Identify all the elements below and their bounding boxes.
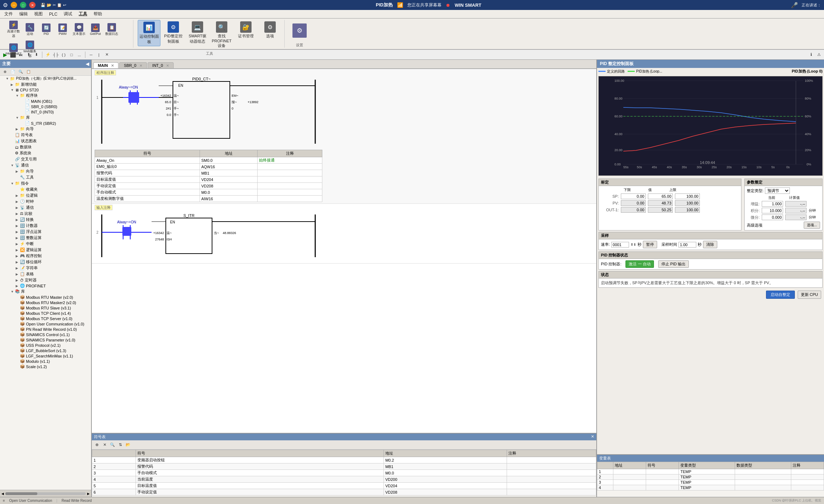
tree-item-pn-read-write[interactable]: 📦 PN Read Write Record (v1.0) (0, 327, 91, 332)
tree-item-profinet2[interactable]: ▶ 🌐 PROFINET (0, 283, 91, 288)
pid-update-cpu-btn[interactable]: 更新 CPU (798, 291, 821, 299)
bottom-panel-close[interactable]: ✕ (591, 434, 594, 440)
pid-gain-current[interactable] (762, 201, 783, 207)
act-up[interactable]: ⬆ (25, 51, 32, 58)
tree-item-comm[interactable]: ▼ 📡 通信 (0, 162, 91, 168)
tree-item-int0[interactable]: 📄 INT_0 (INT0) (0, 109, 91, 115)
act-down-load[interactable]: ⬇ (33, 51, 40, 58)
sidebar-btn2[interactable]: 📄 (9, 68, 16, 75)
tree-item-shift-cycle[interactable]: ▶ 🔄 移位循环 (0, 259, 91, 265)
tree-item-lgf-searchminmax[interactable]: 📦 LGF_SearchMinMax (v1.1) (0, 353, 91, 359)
pid-clear-btn[interactable]: 清除 (703, 241, 717, 248)
tab-int0-close[interactable]: ✕ (166, 64, 169, 68)
tree-item-compare[interactable]: ▶ ⚖ 比较 (0, 211, 91, 217)
tree-item-tool[interactable]: 🔧 工具 (0, 174, 91, 180)
tree-item-uss-protocol[interactable]: 📦 USS Protocol (v2.1) (0, 343, 91, 348)
act-wire-h[interactable]: ─ (88, 51, 95, 58)
sidebar-btn4[interactable]: 📋 (25, 68, 32, 75)
tab-sbr0[interactable]: SBR_0 ✕ (119, 62, 147, 68)
close-button[interactable]: ✕ (29, 2, 36, 8)
menu-view[interactable]: 视图 (31, 10, 46, 18)
sidebar-btn1[interactable]: ⊕ (1, 68, 9, 75)
sidebar-scroll-right[interactable]: ▶ (87, 492, 90, 495)
tree-item-logic-ops[interactable]: ▶ 🔀 逻辑运算 (0, 247, 91, 253)
toolbar-btn-smart-drive[interactable]: 💻 SMART驱动器组态 (186, 20, 209, 46)
toolbar-btn-datalog[interactable]: 📋 数据日志 (104, 20, 120, 39)
tree-item-s-itr[interactable]: 📄 S_ITR (SBR2) (0, 121, 91, 126)
pid-stop-btn[interactable]: 停止 PID 输出 (658, 260, 689, 268)
pid-activate-btn[interactable]: 激活 一 自动 (625, 260, 654, 268)
toolbar-btn-pid-panel[interactable]: ⚙ PID整定控制面板 (162, 20, 185, 46)
toolbar-btn-motion[interactable]: 🔧 运动 (22, 20, 38, 39)
tree-item-prog-block[interactable]: ▼ 📁 程序块 (0, 92, 91, 99)
tree-item-sinamics-param[interactable]: 📦 SINAMICS Parameter (v1.0) (0, 337, 91, 343)
tree-item-modbus-rtu-master[interactable]: 📦 Modbus RTU Master (v2.0) (0, 295, 91, 300)
tree-item-zhi-ling[interactable]: ▼ 📁 指令 (0, 180, 91, 186)
menu-file[interactable]: 文件 (1, 10, 16, 18)
tree-item-clock[interactable]: ▶ 🕐 时钟 (0, 198, 91, 205)
tree-item-pid-project[interactable]: ▼ 📁 PID加热（七期）(E:\叶强PLC培训班... (0, 76, 91, 81)
btn-import[interactable]: 📂 (125, 441, 132, 449)
act-stop[interactable]: ⬛ (9, 51, 16, 58)
tree-item-ku2[interactable]: ▼ 📚 库 (0, 288, 91, 295)
tree-item-timer[interactable]: ▶ ⏱ 定时器 (0, 277, 91, 283)
toolbar-btn-find-profinet[interactable]: 🔍 查找PROFINET设备 (210, 20, 233, 50)
toolbar-btn-pid[interactable]: 🔄 PID (38, 20, 54, 39)
tree-item-symbol-table[interactable]: 📋 符号表 (0, 132, 91, 138)
pid-integral-current[interactable] (762, 208, 783, 213)
act-more[interactable]: ... (76, 51, 83, 58)
act-warn[interactable]: ⚠ (815, 51, 823, 58)
tree-item-favorites[interactable]: ⭐ 收藏夹 (0, 186, 91, 192)
toolbar-btn-text-display[interactable]: 💬 文本显示 (71, 20, 87, 39)
pid-rate-input[interactable] (611, 242, 629, 248)
act-info[interactable]: ℹ (808, 51, 815, 58)
menu-edit[interactable]: 编辑 (16, 10, 31, 18)
menu-debug[interactable]: 调试 (61, 10, 75, 18)
tree-item-int-calc[interactable]: ▶ 🔢 整数运算 (0, 235, 91, 241)
pid-sp-value[interactable] (648, 193, 673, 199)
tree-item-prog-ctrl[interactable]: ▶ 🎮 程序控制 (0, 253, 91, 259)
act-coil[interactable]: ( ) (60, 51, 67, 58)
pid-type-select[interactable]: 预调节 精细调节 (765, 187, 790, 194)
tab-main-close[interactable]: ✕ (111, 64, 114, 68)
tree-item-open-user-comm[interactable]: 📦 Open User Communication (v1.0) (0, 321, 91, 327)
tree-item-data-block[interactable]: 🗂 数据块 (0, 144, 91, 150)
tree-item-bit-logic[interactable]: ▶ 📁 位逻辑 (0, 192, 91, 198)
tab-main[interactable]: MAIN ✕ (93, 62, 118, 68)
btn-delete-row[interactable]: ✕ (101, 441, 108, 449)
btn-filter[interactable]: 🔍 (109, 441, 116, 449)
act-wire-del[interactable]: ✕ (103, 51, 110, 58)
act-step[interactable]: ⏭ (17, 51, 24, 58)
tree-item-new-func[interactable]: ▶ 📁 新增功能 (0, 81, 91, 87)
tree-item-string[interactable]: ▶ 📝 字符串 (0, 265, 91, 271)
tree-item-sys-block[interactable]: ⚙ 系统块 (0, 150, 91, 156)
tree-item-convert[interactable]: ▶ 🔄 转换 (0, 217, 91, 223)
pid-start-autotune-btn[interactable]: 启动自整定 (766, 291, 795, 299)
toolbar-btn-high-speed-counter[interactable]: ⚡ 高速计数器 (6, 20, 21, 39)
pid-options-btn[interactable]: 选项... (804, 222, 820, 229)
tree-item-modbus-rtu-slave[interactable]: 📦 Modbus RTU Slave (v3.1) (0, 305, 91, 311)
tree-item-modbus-tcp-client[interactable]: 📦 Modbus TCP Client (v1.4) (0, 311, 91, 316)
menu-help[interactable]: 帮助 (91, 10, 105, 18)
act-box[interactable]: □ (68, 51, 75, 58)
tab-sbr0-close[interactable]: ✕ (139, 64, 142, 68)
tree-item-counter[interactable]: ▶ 🔢 计数器 (0, 223, 91, 229)
act-wire-v[interactable]: | (95, 51, 102, 58)
act-ladder[interactable]: ⚡ (44, 51, 52, 58)
tree-item-lgf-bubblesort[interactable]: 📦 LGF_BubbleSort (v1.3) (0, 348, 91, 353)
tree-item-ku[interactable]: ▼ 📁 库 (0, 115, 91, 121)
pid-sp-upper[interactable] (675, 193, 700, 199)
tree-item-interrupt[interactable]: ▶ ⚡ 中断 (0, 241, 91, 247)
tree-item-modbus-tcp-server[interactable]: 📦 Modbus TCP Server (v1.0) (0, 316, 91, 321)
sidebar-scroll-left[interactable]: ◀ (1, 492, 4, 495)
toolbar-btn-cert-mgmt[interactable]: 🔐 证书管理 (234, 20, 257, 40)
tree-item-sbr0[interactable]: 📄 SBR_0 (SBR0) (0, 104, 91, 109)
act-run[interactable]: ▶ (1, 51, 9, 58)
tab-int0[interactable]: INT_0 ✕ (148, 62, 174, 68)
btn-sort[interactable]: ⇅ (117, 441, 124, 449)
tree-item-modbus-rtu-master2[interactable]: 📦 Modbus RTU Masker2 (v2.0) (0, 300, 91, 305)
sidebar-btn3[interactable]: 🔍 (17, 68, 24, 75)
menu-tools[interactable]: 工具 (76, 10, 90, 18)
tree-item-modulo[interactable]: 📦 Modulo (v1.1) (0, 359, 91, 364)
minimize-button[interactable]: ─ (11, 2, 17, 8)
